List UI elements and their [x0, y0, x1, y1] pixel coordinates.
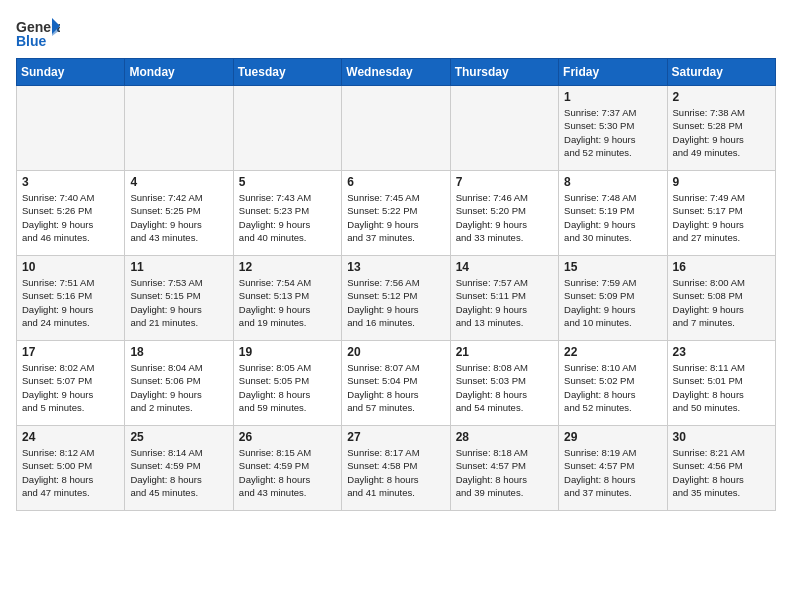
day-number: 9 — [673, 175, 770, 189]
day-info: Sunrise: 8:19 AM Sunset: 4:57 PM Dayligh… — [564, 446, 661, 499]
day-info: Sunrise: 8:17 AM Sunset: 4:58 PM Dayligh… — [347, 446, 444, 499]
calendar-cell: 10Sunrise: 7:51 AM Sunset: 5:16 PM Dayli… — [17, 256, 125, 341]
day-number: 29 — [564, 430, 661, 444]
day-info: Sunrise: 7:53 AM Sunset: 5:15 PM Dayligh… — [130, 276, 227, 329]
page-header: General Blue — [16, 16, 776, 50]
day-info: Sunrise: 8:00 AM Sunset: 5:08 PM Dayligh… — [673, 276, 770, 329]
day-number: 14 — [456, 260, 553, 274]
day-number: 16 — [673, 260, 770, 274]
calendar-week-row: 24Sunrise: 8:12 AM Sunset: 5:00 PM Dayli… — [17, 426, 776, 511]
day-number: 13 — [347, 260, 444, 274]
day-number: 15 — [564, 260, 661, 274]
day-info: Sunrise: 8:05 AM Sunset: 5:05 PM Dayligh… — [239, 361, 336, 414]
day-info: Sunrise: 7:56 AM Sunset: 5:12 PM Dayligh… — [347, 276, 444, 329]
day-number: 10 — [22, 260, 119, 274]
calendar-cell — [342, 86, 450, 171]
day-number: 23 — [673, 345, 770, 359]
calendar-cell — [233, 86, 341, 171]
calendar-cell: 2Sunrise: 7:38 AM Sunset: 5:28 PM Daylig… — [667, 86, 775, 171]
day-number: 26 — [239, 430, 336, 444]
day-info: Sunrise: 8:15 AM Sunset: 4:59 PM Dayligh… — [239, 446, 336, 499]
day-number: 4 — [130, 175, 227, 189]
logo: General Blue — [16, 16, 60, 50]
day-info: Sunrise: 7:57 AM Sunset: 5:11 PM Dayligh… — [456, 276, 553, 329]
day-number: 21 — [456, 345, 553, 359]
calendar-day-header: Sunday — [17, 59, 125, 86]
calendar-cell: 29Sunrise: 8:19 AM Sunset: 4:57 PM Dayli… — [559, 426, 667, 511]
calendar-cell: 20Sunrise: 8:07 AM Sunset: 5:04 PM Dayli… — [342, 341, 450, 426]
calendar-cell: 22Sunrise: 8:10 AM Sunset: 5:02 PM Dayli… — [559, 341, 667, 426]
calendar-cell: 18Sunrise: 8:04 AM Sunset: 5:06 PM Dayli… — [125, 341, 233, 426]
logo-icon: General Blue — [16, 16, 60, 50]
calendar-week-row: 17Sunrise: 8:02 AM Sunset: 5:07 PM Dayli… — [17, 341, 776, 426]
day-info: Sunrise: 7:43 AM Sunset: 5:23 PM Dayligh… — [239, 191, 336, 244]
calendar-week-row: 10Sunrise: 7:51 AM Sunset: 5:16 PM Dayli… — [17, 256, 776, 341]
day-number: 1 — [564, 90, 661, 104]
day-info: Sunrise: 7:51 AM Sunset: 5:16 PM Dayligh… — [22, 276, 119, 329]
day-info: Sunrise: 7:42 AM Sunset: 5:25 PM Dayligh… — [130, 191, 227, 244]
day-info: Sunrise: 8:07 AM Sunset: 5:04 PM Dayligh… — [347, 361, 444, 414]
day-info: Sunrise: 7:54 AM Sunset: 5:13 PM Dayligh… — [239, 276, 336, 329]
day-info: Sunrise: 8:10 AM Sunset: 5:02 PM Dayligh… — [564, 361, 661, 414]
calendar-cell: 30Sunrise: 8:21 AM Sunset: 4:56 PM Dayli… — [667, 426, 775, 511]
day-info: Sunrise: 8:02 AM Sunset: 5:07 PM Dayligh… — [22, 361, 119, 414]
day-info: Sunrise: 7:48 AM Sunset: 5:19 PM Dayligh… — [564, 191, 661, 244]
day-number: 20 — [347, 345, 444, 359]
day-number: 28 — [456, 430, 553, 444]
day-number: 3 — [22, 175, 119, 189]
day-info: Sunrise: 8:12 AM Sunset: 5:00 PM Dayligh… — [22, 446, 119, 499]
calendar-cell: 9Sunrise: 7:49 AM Sunset: 5:17 PM Daylig… — [667, 171, 775, 256]
day-number: 11 — [130, 260, 227, 274]
day-info: Sunrise: 7:59 AM Sunset: 5:09 PM Dayligh… — [564, 276, 661, 329]
day-info: Sunrise: 7:46 AM Sunset: 5:20 PM Dayligh… — [456, 191, 553, 244]
calendar-cell: 4Sunrise: 7:42 AM Sunset: 5:25 PM Daylig… — [125, 171, 233, 256]
day-info: Sunrise: 7:49 AM Sunset: 5:17 PM Dayligh… — [673, 191, 770, 244]
calendar-cell: 6Sunrise: 7:45 AM Sunset: 5:22 PM Daylig… — [342, 171, 450, 256]
calendar-day-header: Wednesday — [342, 59, 450, 86]
calendar-cell: 8Sunrise: 7:48 AM Sunset: 5:19 PM Daylig… — [559, 171, 667, 256]
calendar-cell — [450, 86, 558, 171]
day-info: Sunrise: 7:45 AM Sunset: 5:22 PM Dayligh… — [347, 191, 444, 244]
day-number: 2 — [673, 90, 770, 104]
calendar-cell: 5Sunrise: 7:43 AM Sunset: 5:23 PM Daylig… — [233, 171, 341, 256]
calendar-cell: 14Sunrise: 7:57 AM Sunset: 5:11 PM Dayli… — [450, 256, 558, 341]
day-number: 8 — [564, 175, 661, 189]
day-info: Sunrise: 8:14 AM Sunset: 4:59 PM Dayligh… — [130, 446, 227, 499]
day-number: 30 — [673, 430, 770, 444]
calendar-cell — [125, 86, 233, 171]
calendar-cell: 16Sunrise: 8:00 AM Sunset: 5:08 PM Dayli… — [667, 256, 775, 341]
day-number: 6 — [347, 175, 444, 189]
calendar-week-row: 3Sunrise: 7:40 AM Sunset: 5:26 PM Daylig… — [17, 171, 776, 256]
day-number: 24 — [22, 430, 119, 444]
day-number: 17 — [22, 345, 119, 359]
calendar-cell: 21Sunrise: 8:08 AM Sunset: 5:03 PM Dayli… — [450, 341, 558, 426]
day-number: 25 — [130, 430, 227, 444]
calendar-cell: 11Sunrise: 7:53 AM Sunset: 5:15 PM Dayli… — [125, 256, 233, 341]
svg-text:Blue: Blue — [16, 33, 47, 49]
day-number: 18 — [130, 345, 227, 359]
calendar-cell: 15Sunrise: 7:59 AM Sunset: 5:09 PM Dayli… — [559, 256, 667, 341]
calendar-cell: 3Sunrise: 7:40 AM Sunset: 5:26 PM Daylig… — [17, 171, 125, 256]
calendar-week-row: 1Sunrise: 7:37 AM Sunset: 5:30 PM Daylig… — [17, 86, 776, 171]
calendar-header-row: SundayMondayTuesdayWednesdayThursdayFrid… — [17, 59, 776, 86]
day-number: 7 — [456, 175, 553, 189]
calendar-day-header: Saturday — [667, 59, 775, 86]
calendar-cell: 26Sunrise: 8:15 AM Sunset: 4:59 PM Dayli… — [233, 426, 341, 511]
day-info: Sunrise: 7:38 AM Sunset: 5:28 PM Dayligh… — [673, 106, 770, 159]
day-number: 27 — [347, 430, 444, 444]
calendar-cell: 28Sunrise: 8:18 AM Sunset: 4:57 PM Dayli… — [450, 426, 558, 511]
calendar-cell: 24Sunrise: 8:12 AM Sunset: 5:00 PM Dayli… — [17, 426, 125, 511]
day-info: Sunrise: 8:11 AM Sunset: 5:01 PM Dayligh… — [673, 361, 770, 414]
calendar-table: SundayMondayTuesdayWednesdayThursdayFrid… — [16, 58, 776, 511]
day-info: Sunrise: 7:40 AM Sunset: 5:26 PM Dayligh… — [22, 191, 119, 244]
day-number: 22 — [564, 345, 661, 359]
day-number: 12 — [239, 260, 336, 274]
day-number: 5 — [239, 175, 336, 189]
day-info: Sunrise: 7:37 AM Sunset: 5:30 PM Dayligh… — [564, 106, 661, 159]
calendar-cell — [17, 86, 125, 171]
calendar-cell: 25Sunrise: 8:14 AM Sunset: 4:59 PM Dayli… — [125, 426, 233, 511]
day-info: Sunrise: 8:08 AM Sunset: 5:03 PM Dayligh… — [456, 361, 553, 414]
calendar-cell: 19Sunrise: 8:05 AM Sunset: 5:05 PM Dayli… — [233, 341, 341, 426]
calendar-day-header: Tuesday — [233, 59, 341, 86]
day-info: Sunrise: 8:21 AM Sunset: 4:56 PM Dayligh… — [673, 446, 770, 499]
